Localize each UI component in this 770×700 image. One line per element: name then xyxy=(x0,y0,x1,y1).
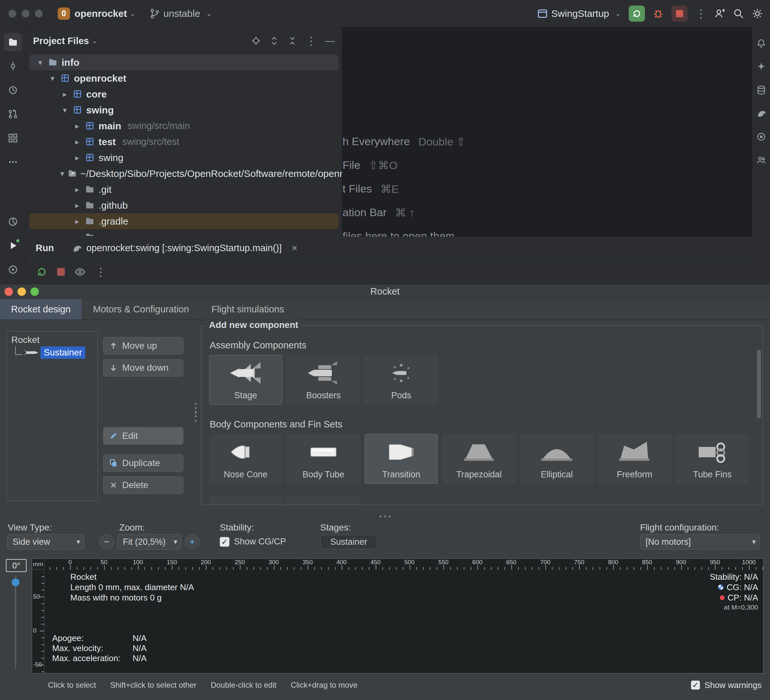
zoom-in-button[interactable]: + xyxy=(185,534,200,549)
view-type-select[interactable]: Side view ▾ xyxy=(7,534,84,550)
tab-motors-configuration[interactable]: Motors & Configuration xyxy=(82,299,201,320)
locate-file-icon[interactable] xyxy=(251,36,261,46)
zoom-out-button[interactable]: − xyxy=(99,534,114,549)
component-button-boosters[interactable]: Boosters xyxy=(287,355,360,405)
watch-eye-icon[interactable] xyxy=(74,267,86,277)
component-button-partial[interactable] xyxy=(209,496,282,504)
search-icon[interactable] xyxy=(733,8,744,19)
commit-tool-button[interactable] xyxy=(4,57,22,75)
pull-requests-tool-button[interactable] xyxy=(4,105,22,123)
panel-title[interactable]: Project Files xyxy=(33,36,89,46)
zoom-window-button[interactable] xyxy=(35,10,43,18)
run-tool-button[interactable] xyxy=(4,236,22,255)
chevron-right-icon[interactable]: ▸ xyxy=(73,121,82,131)
rocket-view-canvas[interactable]: mm 0501001502002503003504004505005506006… xyxy=(32,558,764,673)
chevron-down-icon[interactable]: ▾ xyxy=(60,169,64,178)
scrollbar-thumb[interactable] xyxy=(757,350,761,419)
component-button-trapezoidal[interactable]: Trapezoidal xyxy=(442,434,516,484)
component-button-body-tube[interactable]: Body Tube xyxy=(287,434,360,484)
chevron-right-icon[interactable]: ▸ xyxy=(73,217,82,226)
expand-all-icon[interactable] xyxy=(269,36,279,46)
chevron-down-icon[interactable]: ▾ xyxy=(60,106,70,115)
more-tools-button[interactable] xyxy=(4,153,22,171)
branch-selector[interactable]: unstable ⌄ xyxy=(149,8,212,19)
component-button-elliptical[interactable]: Elliptical xyxy=(520,434,594,484)
collapse-all-icon[interactable] xyxy=(288,36,297,46)
ai-assistant-tool-button[interactable] xyxy=(754,60,768,74)
delete-button[interactable]: Delete xyxy=(103,476,183,494)
component-button-nose-cone[interactable]: Nose Cone xyxy=(209,434,282,484)
close-window-button[interactable] xyxy=(8,10,16,18)
slider-thumb[interactable] xyxy=(12,579,19,586)
tree-item-test[interactable]: ▸testswing/src/test xyxy=(29,134,339,150)
tree-item-partial[interactable]: ▸ xyxy=(29,229,339,236)
tree-item-sustainer[interactable]: Sustainer xyxy=(15,346,97,359)
more-options-icon[interactable]: ⋮ xyxy=(95,265,106,278)
show-warnings-checkbox[interactable]: ✓ Show warnings xyxy=(691,680,762,690)
chevron-right-icon[interactable]: ▸ xyxy=(73,153,82,162)
add-user-icon[interactable] xyxy=(714,8,725,19)
gradle-tool-button[interactable] xyxy=(754,106,768,121)
tree-item-gradle[interactable]: ▸.gradle xyxy=(29,213,339,229)
component-button-pods[interactable]: Pods xyxy=(365,355,438,405)
close-tab-icon[interactable]: × xyxy=(291,242,298,254)
debug-bug-icon[interactable] xyxy=(653,8,664,19)
flight-config-select[interactable]: [No motors] ▾ xyxy=(640,534,760,550)
minimize-window-button[interactable] xyxy=(22,10,29,18)
edit-button[interactable]: Edit xyxy=(103,427,183,445)
tree-item-git[interactable]: ▸.git xyxy=(29,181,339,197)
tree-item-swing[interactable]: ▾swing xyxy=(29,102,339,118)
rotation-indicator[interactable]: 0° xyxy=(6,559,27,572)
splitter-handle-vertical[interactable]: ⋮⋮ xyxy=(189,404,196,420)
move-down-button[interactable]: Move down xyxy=(103,359,183,377)
tree-item-main[interactable]: ▸mainswing/src/main xyxy=(29,118,339,134)
selected-component-label[interactable]: Sustainer xyxy=(40,346,85,359)
rerun-icon[interactable] xyxy=(36,267,47,277)
chevron-down-icon[interactable]: ▾ xyxy=(48,74,57,83)
tree-item-github[interactable]: ▸.github xyxy=(29,197,339,213)
rotation-slider[interactable] xyxy=(15,575,16,669)
chevron-down-icon[interactable]: ▾ xyxy=(36,58,45,67)
hide-panel-icon[interactable]: — xyxy=(325,35,335,46)
structure-tool-button[interactable] xyxy=(4,129,22,147)
coverage-tool-button[interactable] xyxy=(754,129,768,144)
chevron-right-icon[interactable]: ▸ xyxy=(73,137,82,147)
component-button-freeform[interactable]: Freeform xyxy=(598,434,671,484)
zoom-select[interactable]: Fit (20,5%) ▾ xyxy=(117,534,181,550)
window-controls[interactable] xyxy=(8,10,43,18)
tree-item-info[interactable]: ▾info xyxy=(29,55,339,70)
show-cgcp-checkbox[interactable]: ✓ Show CG/CP xyxy=(220,537,286,547)
project-tool-button[interactable] xyxy=(4,33,22,51)
chevron-down-icon[interactable]: ⌄ xyxy=(91,37,97,45)
stage-toggle-sustainer[interactable]: Sustainer xyxy=(320,535,377,549)
tree-item-openrocket[interactable]: ▾openrocket xyxy=(29,70,339,86)
project-name[interactable]: openrocket xyxy=(74,8,127,19)
services-tool-button[interactable] xyxy=(4,260,22,279)
component-button-stage[interactable]: Stage xyxy=(209,355,282,405)
move-up-button[interactable]: Move up xyxy=(103,337,183,354)
tree-root-rocket[interactable]: Rocket xyxy=(11,335,97,345)
settings-gear-icon[interactable] xyxy=(752,8,763,19)
database-tool-button[interactable] xyxy=(754,83,768,97)
profiler-tool-button[interactable] xyxy=(4,213,22,231)
chevron-right-icon[interactable]: ▸ xyxy=(73,201,82,210)
chevron-right-icon[interactable]: ▸ xyxy=(73,233,82,236)
component-button-tube-fins[interactable]: Tube Fins xyxy=(676,434,749,484)
tab-flight-simulations[interactable]: Flight simulations xyxy=(200,299,295,320)
checkbox-checked-icon[interactable]: ✓ xyxy=(691,681,700,690)
tree-item-core[interactable]: ▸core xyxy=(29,86,339,102)
run-button[interactable] xyxy=(629,5,645,22)
checkbox-checked-icon[interactable]: ✓ xyxy=(220,537,230,547)
component-button-partial[interactable] xyxy=(287,496,360,504)
run-configuration-selector[interactable]: SwingStartup ⌄ xyxy=(537,8,621,19)
more-options-icon[interactable]: ⋮ xyxy=(696,7,707,20)
run-tab[interactable]: openrocket:swing [:swing:SwingStartup.ma… xyxy=(72,242,298,254)
vcs-tool-button[interactable] xyxy=(4,81,22,99)
duplicate-button[interactable]: Duplicate xyxy=(103,454,183,472)
chevron-right-icon[interactable]: ▸ xyxy=(60,90,70,99)
tree-item-swing[interactable]: ▸swing xyxy=(29,150,339,166)
stop-button[interactable] xyxy=(671,5,688,22)
chevron-down-icon[interactable]: ⌄ xyxy=(129,10,136,18)
component-button-transition[interactable]: Transition xyxy=(365,434,438,484)
notifications-tool-button[interactable] xyxy=(754,36,768,50)
